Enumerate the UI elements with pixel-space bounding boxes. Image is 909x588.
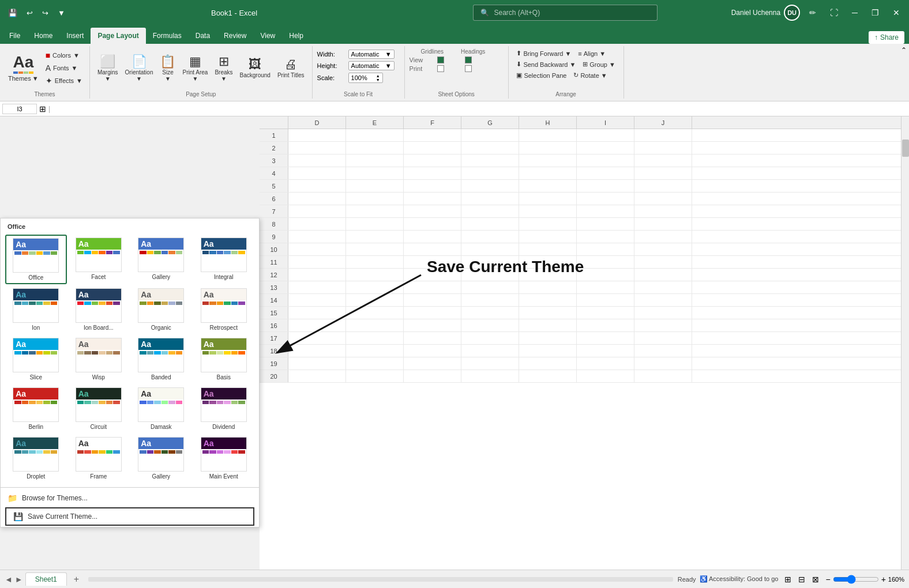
- theme-ion-boardroom[interactable]: Aa Ion Board...: [68, 285, 130, 334]
- tab-view[interactable]: View: [253, 28, 282, 44]
- col-header-g[interactable]: G: [461, 116, 519, 129]
- minimize-button[interactable]: ─: [847, 6, 862, 20]
- theme-organic[interactable]: Aa Organic: [130, 285, 192, 334]
- undo-button[interactable]: ↩: [23, 6, 36, 20]
- spreadsheet: D E F G H I J 1 2 3 4 5 6 7 8 9 10 11 12…: [260, 116, 909, 570]
- colors-button[interactable]: ■ Colors ▼: [43, 50, 85, 61]
- share-button[interactable]: ↑ Share: [869, 31, 904, 44]
- print-area-button[interactable]: ▦ Print Area ▼: [179, 52, 211, 84]
- theme-office[interactable]: Aa Office: [5, 235, 67, 284]
- size-button[interactable]: 📋 Size ▼: [157, 52, 178, 84]
- breaks-button[interactable]: ⊞ Breaks ▼: [212, 52, 235, 84]
- tab-review[interactable]: Review: [217, 28, 253, 44]
- search-input[interactable]: [494, 9, 650, 17]
- tab-data[interactable]: Data: [189, 28, 217, 44]
- sheet-tab-1[interactable]: Sheet1: [25, 572, 67, 586]
- collapse-ribbon[interactable]: ⌃: [901, 46, 907, 54]
- col-header-h[interactable]: H: [519, 116, 577, 129]
- vertical-scrollbar[interactable]: [901, 116, 909, 570]
- gridlines-print-checkbox[interactable]: [437, 65, 444, 72]
- tab-home[interactable]: Home: [27, 28, 59, 44]
- theme-gallery-2[interactable]: Aa Gallery: [130, 434, 192, 483]
- theme-frame[interactable]: Aa Frame: [68, 434, 130, 483]
- theme-slice[interactable]: Aa Slice: [5, 335, 67, 383]
- themes-grid-scroll[interactable]: Aa Office: [1, 232, 259, 485]
- customize-qat-button[interactable]: ▼: [54, 6, 69, 20]
- add-sheet-button[interactable]: +: [69, 573, 84, 586]
- theme-preview-integral: Aa: [201, 238, 247, 272]
- zoom-out-button[interactable]: −: [825, 575, 830, 584]
- effects-button[interactable]: ✦ Effects ▼: [43, 75, 85, 86]
- theme-preview-ion-boardroom: Aa: [76, 288, 122, 323]
- save-current-theme-button[interactable]: 💾 Save Current Theme...: [5, 507, 254, 526]
- theme-damask[interactable]: Aa Damask: [130, 385, 192, 433]
- gridlines-view-checkbox[interactable]: [437, 56, 444, 63]
- align-button[interactable]: ≡ Align ▼: [576, 48, 608, 58]
- headings-print-checkbox[interactable]: [465, 65, 472, 72]
- scale-spinners[interactable]: ▲▼: [376, 74, 380, 82]
- tab-formulas[interactable]: Formulas: [146, 28, 189, 44]
- rotate-button[interactable]: ↻ Rotate ▼: [571, 70, 609, 80]
- themes-dropdown-button[interactable]: Aa Themes ▼: [5, 52, 42, 84]
- search-area: 🔍: [400, 5, 731, 21]
- theme-gallery-2-label: Gallery: [152, 473, 170, 480]
- restore-button[interactable]: ❐: [867, 6, 884, 20]
- save-button[interactable]: 💾: [5, 6, 21, 20]
- col-header-i[interactable]: I: [577, 116, 634, 129]
- page-break-view-button[interactable]: ⊠: [809, 573, 822, 586]
- name-box[interactable]: I3: [2, 104, 37, 114]
- col-header-d[interactable]: D: [288, 116, 346, 129]
- theme-wisp[interactable]: Aa Wisp: [68, 335, 130, 383]
- orientation-button[interactable]: 📄 Orientation ▼: [122, 52, 156, 84]
- width-select[interactable]: Automatic ▼: [348, 50, 395, 59]
- theme-droplet[interactable]: Aa Droplet: [5, 434, 67, 483]
- margins-button[interactable]: ⬜ Margins ▼: [95, 52, 121, 84]
- col-header-f[interactable]: F: [404, 116, 461, 129]
- scroll-bar-h[interactable]: [88, 577, 673, 582]
- scale-input[interactable]: 100% ▲▼: [348, 73, 383, 83]
- theme-integral[interactable]: Aa Integral: [193, 235, 255, 284]
- browse-themes-button[interactable]: 📁 Browse for Themes...: [1, 490, 259, 506]
- selection-pane-button[interactable]: ▣ Selection Pane: [514, 70, 569, 80]
- theme-facet[interactable]: Aa Facet: [68, 235, 130, 284]
- theme-main-event[interactable]: Aa Main Event: [193, 434, 255, 483]
- search-box[interactable]: 🔍: [473, 5, 658, 21]
- theme-gallery[interactable]: Aa Gallery: [130, 235, 192, 284]
- theme-retrospect[interactable]: Aa Retrospect: [193, 285, 255, 334]
- send-backward-button[interactable]: ⬇ Send Backward ▼: [514, 59, 578, 69]
- user-avatar[interactable]: DU: [784, 5, 800, 21]
- theme-dividend[interactable]: Aa Dividend: [193, 385, 255, 433]
- fonts-button[interactable]: A Fonts ▼: [43, 62, 85, 74]
- height-select[interactable]: Automatic ▼: [348, 61, 395, 70]
- theme-ion[interactable]: Aa Ion: [5, 285, 67, 334]
- close-button[interactable]: ✕: [888, 6, 904, 20]
- group-button[interactable]: ⊞ Group ▼: [580, 59, 617, 69]
- normal-view-button[interactable]: ⊞: [782, 573, 794, 586]
- bring-forward-button[interactable]: ⬆ Bring Forward ▼: [514, 48, 573, 58]
- page-layout-view-button[interactable]: ⊟: [795, 573, 808, 586]
- tab-page-layout[interactable]: Page Layout: [91, 28, 145, 44]
- theme-berlin[interactable]: Aa Berlin: [5, 385, 67, 433]
- background-button[interactable]: 🖼 Background: [237, 55, 273, 80]
- theme-banded[interactable]: Aa Banded: [130, 335, 192, 383]
- redo-button[interactable]: ↪: [39, 6, 52, 20]
- scroll-left-button[interactable]: ◄: [5, 575, 13, 584]
- tab-insert[interactable]: Insert: [59, 28, 91, 44]
- zoom-in-button[interactable]: +: [881, 575, 886, 584]
- pen-tool-button[interactable]: ✏: [805, 6, 821, 20]
- headings-view-checkbox[interactable]: [465, 56, 472, 63]
- scroll-right-button[interactable]: ►: [15, 575, 23, 584]
- col-header-j[interactable]: J: [634, 116, 692, 129]
- theme-basis[interactable]: Aa Basis: [193, 335, 255, 383]
- print-titles-button[interactable]: 🖨 Print Titles: [275, 55, 307, 80]
- theme-slice-label: Slice: [29, 374, 42, 380]
- formula-expand-icon[interactable]: ⊞: [39, 104, 46, 114]
- theme-circuit[interactable]: Aa Circuit: [68, 385, 130, 433]
- fullscreen-button[interactable]: ⛶: [825, 6, 843, 20]
- tab-file[interactable]: File: [2, 28, 27, 44]
- col-header-e[interactable]: E: [346, 116, 404, 129]
- zoom-slider[interactable]: [833, 575, 879, 584]
- view-label: View: [410, 56, 433, 63]
- tab-help[interactable]: Help: [282, 28, 310, 44]
- table-row: 17: [260, 332, 909, 345]
